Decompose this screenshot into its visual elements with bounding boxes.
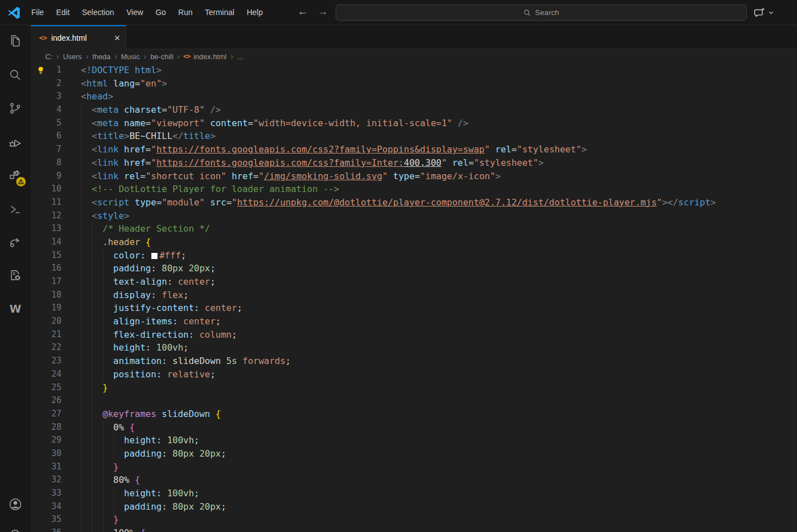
lightbulb-icon[interactable] — [36, 65, 46, 75]
code-line: 35 } — [31, 513, 797, 526]
line-number: 5 — [31, 117, 61, 130]
code-line: 24 position: relative; — [31, 368, 797, 381]
w-extension-icon[interactable]: W — [6, 300, 24, 318]
code-line: 14 .header { — [31, 236, 797, 249]
chevron-right-icon: › — [140, 52, 150, 61]
indent-guide — [92, 368, 92, 381]
menu-edit[interactable]: Edit — [50, 5, 76, 20]
tab-close-icon[interactable]: × — [114, 33, 120, 43]
vscode-logo-icon — [7, 6, 21, 19]
breadcrumb-theda[interactable]: theda — [92, 52, 111, 61]
line-number: 21 — [31, 328, 61, 342]
line-number: 32 — [31, 473, 61, 487]
code-line: 8 <link href="https://fonts.googleapis.c… — [31, 156, 797, 170]
indent-guide — [81, 487, 82, 500]
menu-selection[interactable]: Selection — [76, 5, 121, 20]
indent-guide — [92, 289, 92, 302]
command-center-search[interactable]: Search — [336, 4, 747, 21]
color-swatch[interactable] — [151, 253, 158, 259]
remote-terminal-icon[interactable] — [6, 200, 24, 218]
code-line: 26 — [31, 394, 797, 408]
source-control-icon[interactable] — [6, 99, 24, 117]
indent-guide — [103, 447, 103, 461]
line-number: 15 — [31, 249, 61, 262]
breadcrumb-be-chill[interactable]: be-chill — [150, 52, 174, 61]
indent-guide — [103, 249, 103, 262]
code-line: 28 0% { — [31, 421, 797, 434]
indent-guide — [81, 249, 82, 262]
line-number: 20 — [31, 315, 61, 328]
indent-guide — [92, 447, 92, 461]
chevron-right-icon: › — [83, 52, 92, 61]
history-navigation: ← → — [294, 3, 331, 20]
account-icon[interactable] — [6, 495, 24, 513]
line-number: 31 — [31, 461, 61, 474]
extensions-icon[interactable] — [6, 167, 24, 185]
line-number: 13 — [31, 222, 61, 236]
breadcrumb-drive[interactable]: C: — [45, 52, 53, 61]
menu-view[interactable]: View — [120, 5, 149, 20]
indent-guide — [81, 447, 82, 461]
menu-terminal[interactable]: Terminal — [199, 5, 241, 20]
breadcrumb-index-html[interactable]: index.html — [193, 52, 227, 61]
task-runner-icon[interactable] — [6, 266, 24, 284]
editor[interactable]: 1<!DOCTYPE html>2<html lang="en">3<head>… — [31, 64, 797, 532]
code-line: 33 height: 100vh; — [31, 487, 797, 500]
forward-button[interactable]: → — [314, 3, 331, 20]
copilot-chat-button[interactable] — [753, 4, 774, 21]
tab-label: index.html — [51, 33, 87, 42]
indent-guide — [92, 328, 92, 342]
indent-guide — [92, 222, 92, 236]
code-line: 25 } — [31, 381, 797, 395]
run-and-debug-icon[interactable] — [6, 133, 24, 151]
menu-run[interactable]: Run — [172, 5, 199, 20]
code-line: 30 padding: 80px 20px; — [31, 447, 797, 461]
indent-guide — [81, 381, 82, 395]
settings-gear-icon[interactable] — [6, 526, 24, 532]
indent-guide — [113, 434, 114, 447]
tab-index-html[interactable]: <> index.html × — [31, 25, 126, 49]
breadcrumb: C: › Users › theda › Music › be-chill › … — [31, 49, 797, 64]
breadcrumb-music[interactable]: Music — [121, 52, 141, 61]
line-number: 7 — [31, 143, 61, 156]
code-line: 19 justify-content: center; — [31, 301, 797, 315]
code-line: 31 } — [31, 461, 797, 474]
breadcrumb-symbol-ellipsis[interactable]: ... — [236, 52, 244, 61]
indent-guide — [92, 315, 92, 328]
code-line: 10 <!-- DotLottie Player for loader anim… — [31, 183, 797, 196]
line-number: 29 — [31, 434, 61, 447]
indent-guide — [81, 117, 82, 130]
extensions-warning-badge — [16, 177, 26, 186]
line-number: 22 — [31, 341, 61, 354]
editor-lines: 1<!DOCTYPE html>2<html lang="en">3<head>… — [31, 64, 797, 532]
breadcrumb-users[interactable]: Users — [63, 52, 83, 61]
live-share-icon[interactable] — [6, 233, 24, 251]
search-sidebar-icon[interactable] — [6, 66, 24, 84]
explorer-icon[interactable] — [6, 32, 24, 50]
menu-file[interactable]: File — [25, 5, 50, 20]
indent-guide — [81, 526, 82, 532]
indent-guide — [92, 473, 92, 487]
line-number: 2 — [31, 77, 61, 90]
indent-guide — [92, 461, 92, 474]
code-line: 3<head> — [31, 90, 797, 103]
line-number: 6 — [31, 130, 61, 143]
indent-guide — [92, 301, 92, 315]
chevron-right-icon: › — [111, 52, 121, 61]
indent-guide — [92, 500, 92, 514]
indent-guide — [92, 249, 92, 262]
indent-guide — [81, 328, 82, 342]
menu-help[interactable]: Help — [241, 5, 269, 20]
code-line: 4 <meta charset="UTF-8" /> — [31, 103, 797, 117]
line-number: 34 — [31, 500, 61, 514]
indent-guide — [92, 434, 92, 447]
line-number: 16 — [31, 262, 61, 275]
line-number: 23 — [31, 354, 61, 368]
menu-go[interactable]: Go — [149, 5, 172, 20]
indent-guide — [92, 341, 92, 354]
indent-guide — [92, 394, 92, 408]
indent-guide — [103, 461, 103, 474]
back-button[interactable]: ← — [294, 3, 311, 20]
indent-guide — [81, 236, 82, 249]
line-number: 35 — [31, 513, 61, 526]
